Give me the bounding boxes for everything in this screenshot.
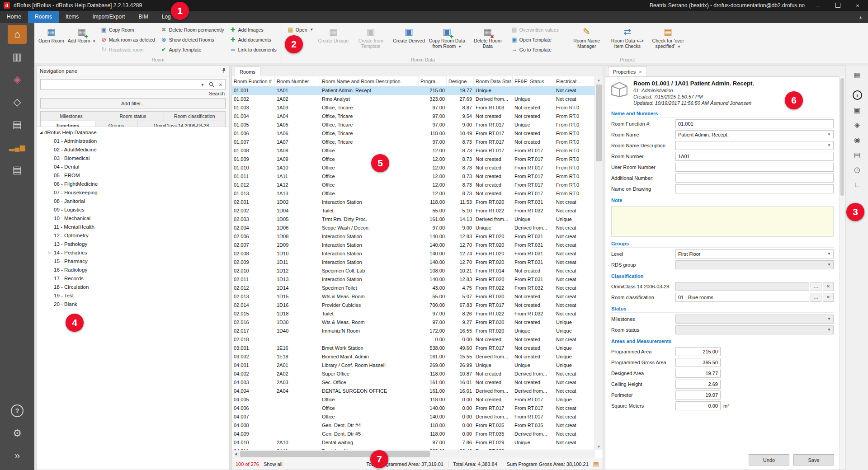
menu-tab-items[interactable]: Items xyxy=(59,11,85,23)
scroll-left-icon[interactable]: ◀ xyxy=(232,450,240,458)
omniclass-clear-button[interactable]: ✕ xyxy=(823,282,834,291)
column-room-data-status[interactable]: Room Data Stat... xyxy=(474,76,513,86)
files-module-button[interactable]: ▤ xyxy=(0,159,34,181)
settings-button[interactable]: ⚙ xyxy=(0,422,34,445)
reactivate-room-button[interactable]: ↻ Reactivate room xyxy=(98,45,157,54)
table-row[interactable]: 04.0042A04DENTAL SURGEON OFFICE161.0016.… xyxy=(232,387,595,395)
table-row[interactable]: 01.0021A02Rmo Analyst323.0027.69Derived … xyxy=(232,95,595,103)
close-button[interactable]: × xyxy=(851,2,864,9)
copy-panel-button[interactable]: ▣ xyxy=(846,103,868,118)
table-row[interactable]: 04.008Gen. Dent. Dtr #4118.000.00From RT… xyxy=(232,421,595,430)
tree-item[interactable]: 13 - Pathology xyxy=(37,240,229,248)
level-combo[interactable]: First Floor▼ xyxy=(675,249,834,258)
table-row[interactable]: 02.0031D05Trmt Rm. Dirty Proc.161.0014.1… xyxy=(232,215,595,224)
area-input[interactable]: 365.50 xyxy=(675,358,721,367)
room-data-item-checks-button[interactable]: ⇄ Room Data <-> Item Checks xyxy=(608,24,647,56)
collapse-ribbon-icon[interactable]: ▴ xyxy=(853,11,868,23)
table-row[interactable]: 02.0081D10Interaction Station140.0012.74… xyxy=(232,249,595,258)
copy-room-button[interactable]: ▣ Copy Room xyxy=(98,25,157,34)
column-electrical[interactable]: Electrical:... xyxy=(554,76,595,86)
tree-item[interactable]: 02 - AdultMedicine xyxy=(37,145,229,154)
systems-module-button[interactable]: ◇ xyxy=(0,91,34,113)
column-programmed[interactable]: Progra... xyxy=(419,76,447,86)
table-row[interactable]: 02.0091D11Interaction Station140.0012.70… xyxy=(232,258,595,267)
tree-item[interactable]: 07 - Housekeeping xyxy=(37,188,229,197)
table-row[interactable]: 02.0171D40Immuniz'N Room172.0016.55From … xyxy=(232,327,595,335)
room-name-combo[interactable]: Patient Admin. Recept.▼ xyxy=(675,130,834,139)
reports-module-button[interactable]: ▂▄▆ xyxy=(0,136,34,159)
table-row[interactable]: 01.0051A05Office, Tricare97.009.00From R… xyxy=(232,121,595,129)
tab-properties[interactable]: Properties× xyxy=(608,66,647,76)
help-button[interactable]: ? xyxy=(0,400,34,422)
table-row[interactable]: 04.0012A01Library / Conf. Room Hassell26… xyxy=(232,361,595,370)
table-row[interactable]: 01.0091A09Office12.008.73Not createdFrom… xyxy=(232,155,595,164)
show-all-link[interactable]: Show all xyxy=(264,461,283,467)
tree-item[interactable]: 11 - MentalHealth xyxy=(37,222,229,231)
area-input[interactable]: 19.77 xyxy=(675,369,721,378)
table-row[interactable]: 01.0071A07Office, Tricare97.008.73From R… xyxy=(232,138,595,146)
properties-close-icon[interactable]: × xyxy=(639,69,642,75)
search-dropdown-icon[interactable]: ▾ xyxy=(198,82,207,87)
table-row[interactable]: 01.0061A06Office, Tricare118.0010.49From… xyxy=(232,129,595,138)
table-row[interactable]: 02.0071D09Interaction Station140.0012.70… xyxy=(232,241,595,249)
info-panel-button[interactable]: i xyxy=(846,88,868,103)
scrollbar-thumb[interactable] xyxy=(240,451,430,457)
documents-panel-button[interactable]: ▤ xyxy=(846,147,868,162)
open-template-button[interactable]: ▣ Open Template xyxy=(509,35,561,44)
note-textarea[interactable] xyxy=(611,206,834,237)
tree-item[interactable]: 12 - Optometry xyxy=(37,231,229,240)
user-room-number-input[interactable] xyxy=(675,163,834,172)
create-unique-button[interactable]: ▦ Create Unique xyxy=(316,24,350,56)
table-row[interactable]: 02.0101D12Specimen Coll. Lab108.0010.21F… xyxy=(232,267,595,275)
overwritten-values-button[interactable]: ▤ Overwritten values xyxy=(509,25,561,34)
table-row[interactable]: 01.0131A13Office12.008.73Not createdFrom… xyxy=(232,189,595,198)
model-panel-button[interactable]: ◈ xyxy=(846,118,868,132)
vertical-scrollbar[interactable]: ▲ ▼ xyxy=(594,76,603,450)
table-row[interactable]: 02.0041D06Scope Wash / Decon.97.009.00Un… xyxy=(232,224,595,232)
show-deleted-rooms-button[interactable]: ⊗ Show deleted Rooms xyxy=(158,35,226,44)
milestones-combo[interactable]: ▼ xyxy=(675,315,834,324)
apply-template-button[interactable]: ✔ Apply Template xyxy=(158,45,226,54)
table-row[interactable]: 04.007Office140.000.00Derived from...Fro… xyxy=(232,413,595,421)
tree-item[interactable]: 17 - Records xyxy=(37,274,229,282)
table-row[interactable]: 02.0021D04Toilet55.005.10From RT.022From… xyxy=(232,207,595,215)
table-row[interactable]: 02.0121D14Specimen Toilet43.004.75From R… xyxy=(232,284,595,292)
measure-panel-button[interactable]: ∟ xyxy=(846,177,868,192)
tree-item[interactable]: 06 - FlightMedicine xyxy=(37,179,229,188)
add-documents-button[interactable]: ✚ Add documents xyxy=(227,35,279,44)
table-row[interactable]: 04.006Office140.000.00From RT.017From RT… xyxy=(232,404,595,413)
area-input[interactable]: 215.00 xyxy=(675,347,721,356)
table-row[interactable]: 04.009Gen. Dent. Dtr #5118.000.00From RT… xyxy=(232,430,595,438)
create-derived-button[interactable]: ▣ Create Derived xyxy=(392,24,426,56)
properties-scrollbar[interactable] xyxy=(839,76,845,470)
column-room-number[interactable]: Room Number xyxy=(275,76,320,86)
table-row[interactable]: 02.0161D30Wts & Meas. Room97.009.27From … xyxy=(232,318,595,327)
add-room-button[interactable]: ▦✚ Add Room ▼ xyxy=(66,24,97,56)
export-icon[interactable]: ▤ xyxy=(593,461,599,468)
tree-root[interactable]: ◢ dRofus Help Database xyxy=(37,128,229,136)
area-input[interactable]: 0.00 xyxy=(675,401,721,410)
scroll-down-icon[interactable]: ▼ xyxy=(595,443,603,450)
documents-module-button[interactable]: ▤ xyxy=(0,113,34,136)
tree-item[interactable]: ▷14 - Pediatrics xyxy=(37,248,229,257)
additional-number-input[interactable] xyxy=(675,174,834,183)
images-panel-button[interactable]: ◉ xyxy=(846,132,868,147)
search-link[interactable]: Search xyxy=(37,91,225,96)
minimize-button[interactable]: – xyxy=(811,2,825,9)
mark-room-deleted-button[interactable]: ⊘ Mark room as deleted xyxy=(98,35,157,44)
column-designed[interactable]: Designe... xyxy=(447,76,474,86)
delete-room-data-button[interactable]: ▦✖ Delete Room Data xyxy=(468,24,508,56)
column-room-function[interactable]: Room Function # xyxy=(232,76,275,86)
open-room-button[interactable]: ▦ Open Room xyxy=(37,24,66,56)
scrollbar-thumb[interactable] xyxy=(596,85,602,161)
expand-icon[interactable]: ▷ xyxy=(47,250,52,255)
rds-group-combo[interactable]: ▼ xyxy=(675,260,834,269)
table-row[interactable]: 01.0081A08Office12.008.73From RT.017From… xyxy=(232,146,595,155)
open-room-data-button[interactable]: ▤ Open ▼ xyxy=(285,25,316,34)
table-row[interactable]: 01.0101A10Office12.008.73Not createdFrom… xyxy=(232,164,595,172)
area-input[interactable]: 2.69 xyxy=(675,380,721,389)
table-row[interactable]: 02.0061D08Interaction Station140.0012.83… xyxy=(232,232,595,241)
table-row[interactable]: 01.0031A03Office, Tricare97.008.87From R… xyxy=(232,103,595,112)
tree-item[interactable]: 19 - Test xyxy=(37,291,229,300)
tree-item[interactable]: 10 - Mechanical xyxy=(37,214,229,222)
